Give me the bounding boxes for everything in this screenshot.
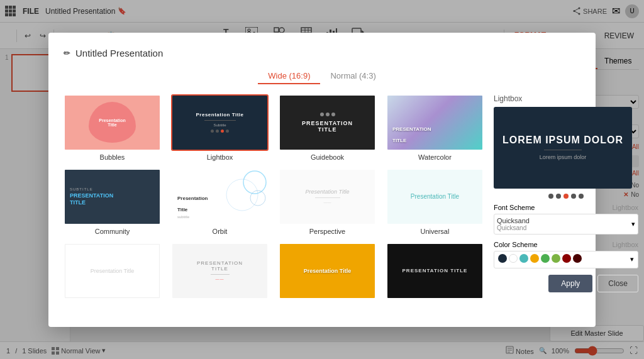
community-thumb: SUBTITLE PRESENTATIONTITLE — [64, 168, 161, 225]
theme-guidebook[interactable]: PRESENTATIONTITLE Guidebook — [279, 94, 376, 161]
theme-lightbox[interactable]: Presentation Title Subtitle — [171, 94, 269, 161]
dot-3[interactable] — [564, 194, 569, 199]
orbit-label: Orbit — [171, 228, 269, 235]
swatch-2 — [509, 254, 518, 263]
modal-title: Untitled Presentation — [75, 48, 163, 58]
lightbox-label: Lightbox — [171, 153, 269, 161]
font-select-value: Quicksand Quicksand — [497, 217, 530, 231]
theme-orbit[interactable]: PresentationTitle subtitle Orbit — [171, 168, 269, 235]
wide-tab[interactable]: Wide (16:9) — [258, 69, 320, 84]
preview-title: LOREM IPSUM DOLOR — [502, 135, 623, 146]
community-label: Community — [64, 228, 161, 235]
dot-4[interactable] — [571, 194, 576, 199]
modal-footer: Apply Close — [494, 275, 638, 292]
swatch-8 — [573, 254, 582, 263]
svg-point-29 — [243, 171, 266, 194]
lightbox-thumb: Presentation Title Subtitle — [171, 94, 269, 151]
perspective-label: Perspective — [279, 228, 376, 235]
orbit-thumb: PresentationTitle subtitle — [171, 168, 269, 225]
color-scheme-label: Color Scheme — [494, 241, 538, 248]
modal-aspect-tabs: Wide (16:9) Normal (4:3) — [64, 69, 580, 84]
guidebook-label: Guidebook — [279, 153, 376, 161]
theme-black[interactable]: PRESENTATION TITLE — [386, 243, 484, 302]
bubbles-thumb: PresentationTitle — [64, 94, 161, 151]
perspective-thumb: Presentation Title —— — [279, 168, 376, 225]
font-chevron: ▾ — [631, 220, 635, 228]
font-scheme-label: Font Scheme — [494, 204, 535, 211]
color-scheme-row: Color Scheme Lightbox — [494, 241, 638, 248]
blank-thumb: Presentation Title — [64, 243, 161, 299]
preview-subtitle: Lorem ipsum dolor — [502, 154, 623, 160]
theme-watercolor[interactable]: PRESENTATIONTITLE Watercolor — [386, 94, 484, 161]
theme-community[interactable]: SUBTITLE PRESENTATIONTITLE Community — [64, 168, 161, 235]
modal-overlay: ✏ Untitled Presentation Wide (16:9) Norm… — [0, 0, 644, 359]
theme-yellow[interactable]: Presentation Title — [279, 243, 376, 302]
swatch-4 — [530, 254, 539, 263]
dot-2[interactable] — [556, 194, 561, 199]
watercolor-thumb: PRESENTATIONTITLE — [386, 94, 484, 151]
svg-point-30 — [226, 179, 258, 211]
themes-grid: PresentationTitle Bubbles Presentation T… — [64, 94, 484, 302]
preview-line — [544, 150, 582, 150]
swatch-1 — [498, 254, 507, 263]
theme-universal[interactable]: Presentation Title Universal — [386, 168, 484, 235]
swatch-5 — [541, 254, 550, 263]
font-scheme-row: Font Scheme Lightbox — [494, 204, 638, 211]
theme-blank[interactable]: Presentation Title — [64, 243, 161, 302]
bubbles-label: Bubbles — [64, 153, 161, 161]
normal-tab[interactable]: Normal (4:3) — [320, 69, 386, 84]
theme-perspective[interactable]: Presentation Title —— Perspective — [279, 168, 376, 235]
black-thumb: PRESENTATION TITLE — [386, 243, 484, 299]
color-scheme-name: Lightbox — [612, 241, 638, 248]
swatch-7 — [562, 254, 571, 263]
color-select[interactable]: ▾ — [494, 251, 638, 268]
themes-modal: ✏ Untitled Presentation Wide (16:9) Norm… — [48, 33, 596, 327]
theme-bubbles[interactable]: PresentationTitle Bubbles — [64, 94, 161, 161]
modal-title-row: ✏ Untitled Presentation — [64, 48, 580, 58]
font-scheme-name: Lightbox — [612, 204, 638, 211]
color-swatches — [498, 254, 582, 263]
preview-dots — [494, 194, 638, 199]
preview-content: LOREM IPSUM DOLOR Lorem ipsum dolor — [502, 135, 623, 160]
theme-preview: LOREM IPSUM DOLOR Lorem ipsum dolor — [494, 107, 632, 189]
universal-label: Universal — [386, 228, 484, 235]
font-select[interactable]: Quicksand Quicksand ▾ — [494, 214, 638, 235]
swatch-6 — [552, 254, 560, 263]
swatch-3 — [519, 254, 528, 263]
close-button[interactable]: Close — [597, 275, 638, 292]
guidebook-thumb: PRESENTATIONTITLE — [279, 94, 376, 151]
dot-5[interactable] — [579, 194, 584, 199]
color-chevron: ▾ — [630, 255, 634, 263]
theme-simple-dark[interactable]: PRESENTATIONTITLE —— — [171, 243, 269, 302]
yellow-thumb: Presentation Title — [279, 243, 376, 299]
modal-right-panel: Lightbox LOREM IPSUM DOLOR Lorem ipsum d… — [494, 94, 638, 312]
watercolor-label: Watercolor — [386, 153, 484, 161]
edit-title-icon[interactable]: ✏ — [64, 48, 70, 58]
universal-thumb: Presentation Title — [386, 168, 484, 225]
simple-dark-thumb: PRESENTATIONTITLE —— — [171, 243, 269, 299]
dot-1[interactable] — [548, 194, 553, 199]
preview-label: Lightbox — [494, 94, 638, 103]
apply-button[interactable]: Apply — [548, 275, 592, 292]
